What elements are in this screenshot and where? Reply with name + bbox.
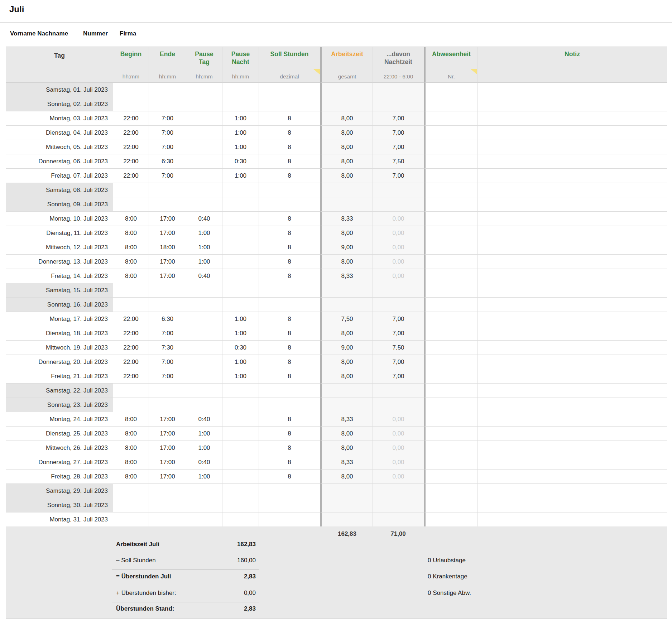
cell-ende[interactable]: 7:00 — [149, 140, 186, 154]
cell-ende[interactable]: 7:00 — [149, 326, 186, 341]
cell-ende[interactable]: 17:00 — [149, 470, 186, 484]
cell-soll[interactable]: 8 — [259, 154, 320, 169]
cell-tag[interactable]: Montag, 10. Juli 2023 — [6, 212, 113, 226]
cell-abwesenheit[interactable] — [424, 427, 477, 441]
cell-tag[interactable]: Mittwoch, 12. Juli 2023 — [6, 240, 113, 255]
cell-arbeitszeit[interactable]: 8,00 — [320, 169, 373, 183]
cell-ende[interactable]: 17:00 — [149, 269, 186, 283]
cell-nachtzeit[interactable] — [373, 498, 424, 512]
cell-notiz[interactable] — [477, 83, 667, 97]
cell-nachtzeit[interactable]: 0,00 — [373, 226, 424, 240]
cell-pause-nacht[interactable]: 1:00 — [222, 169, 259, 183]
cell-notiz[interactable] — [477, 154, 667, 169]
column-header-pause-nacht[interactable]: Pause Nacht hh:mm — [222, 47, 259, 83]
cell-soll[interactable] — [259, 283, 320, 298]
cell-arbeitszeit[interactable] — [320, 298, 373, 312]
cell-beginn[interactable]: 8:00 — [113, 269, 149, 283]
cell-abwesenheit[interactable] — [424, 470, 477, 484]
cell-notiz[interactable] — [477, 169, 667, 183]
cell-ende[interactable] — [149, 83, 186, 97]
cell-ende[interactable] — [149, 298, 186, 312]
cell-arbeitszeit[interactable]: 8,00 — [320, 111, 373, 126]
cell-abwesenheit[interactable] — [424, 255, 477, 269]
cell-pause-tag[interactable] — [186, 369, 222, 384]
cell-soll[interactable]: 8 — [259, 212, 320, 226]
cell-abwesenheit[interactable] — [424, 111, 477, 126]
cell-pause-nacht[interactable]: 1:00 — [222, 126, 259, 140]
cell-arbeitszeit[interactable] — [320, 384, 373, 398]
cell-notiz[interactable] — [477, 384, 667, 398]
cell-arbeitszeit[interactable]: 8,00 — [320, 355, 373, 369]
cell-beginn[interactable] — [113, 197, 149, 212]
cell-notiz[interactable] — [477, 369, 667, 384]
cell-tag[interactable]: Sonntag, 16. Juli 2023 — [6, 298, 113, 312]
cell-pause-nacht[interactable] — [222, 255, 259, 269]
cell-notiz[interactable] — [477, 326, 667, 341]
cell-beginn[interactable]: 22:00 — [113, 140, 149, 154]
cell-soll[interactable]: 8 — [259, 355, 320, 369]
cell-pause-tag[interactable] — [186, 326, 222, 341]
cell-beginn[interactable] — [113, 97, 149, 111]
employee-name[interactable]: Vorname Nachname — [10, 30, 68, 37]
column-header-nachtzeit[interactable]: ...davon Nachtzeit 22:00 - 6:00 — [373, 47, 424, 83]
cell-abwesenheit[interactable] — [424, 154, 477, 169]
cell-pause-tag[interactable] — [186, 154, 222, 169]
cell-nachtzeit[interactable]: 7,50 — [373, 341, 424, 355]
cell-arbeitszeit[interactable]: 7,50 — [320, 312, 373, 326]
cell-soll[interactable]: 8 — [259, 169, 320, 183]
summary-value-arbeitszeit-juli[interactable]: 162,83 — [167, 539, 256, 550]
cell-ende[interactable] — [149, 97, 186, 111]
cell-notiz[interactable] — [477, 212, 667, 226]
cell-ende[interactable]: 17:00 — [149, 212, 186, 226]
cell-beginn[interactable] — [113, 283, 149, 298]
cell-pause-nacht[interactable] — [222, 427, 259, 441]
cell-notiz[interactable] — [477, 183, 667, 197]
summary-urlaubstage[interactable]: 0 Urlaubstage — [428, 555, 466, 566]
cell-pause-nacht[interactable]: 1:00 — [222, 140, 259, 154]
cell-tag[interactable]: Freitag, 28. Juli 2023 — [6, 470, 113, 484]
cell-abwesenheit[interactable] — [424, 341, 477, 355]
cell-tag[interactable]: Sonntag, 30. Juli 2023 — [6, 498, 113, 512]
cell-soll[interactable] — [259, 512, 320, 527]
cell-beginn[interactable]: 22:00 — [113, 341, 149, 355]
cell-notiz[interactable] — [477, 398, 667, 412]
cell-soll[interactable] — [259, 484, 320, 498]
cell-arbeitszeit[interactable] — [320, 183, 373, 197]
cell-tag[interactable]: Samstag, 29. Juli 2023 — [6, 484, 113, 498]
cell-beginn[interactable]: 8:00 — [113, 441, 149, 455]
cell-notiz[interactable] — [477, 97, 667, 111]
cell-soll[interactable]: 8 — [259, 341, 320, 355]
cell-soll[interactable] — [259, 197, 320, 212]
cell-notiz[interactable] — [477, 512, 667, 527]
cell-nachtzeit[interactable]: 0,00 — [373, 240, 424, 255]
cell-pause-nacht[interactable] — [222, 197, 259, 212]
cell-arbeitszeit[interactable]: 8,00 — [320, 441, 373, 455]
cell-nachtzeit[interactable]: 0,00 — [373, 269, 424, 283]
cell-pause-tag[interactable]: 0:40 — [186, 455, 222, 470]
cell-arbeitszeit[interactable]: 8,00 — [320, 470, 373, 484]
cell-pause-tag[interactable] — [186, 341, 222, 355]
cell-ende[interactable]: 6:30 — [149, 154, 186, 169]
cell-pause-tag[interactable] — [186, 183, 222, 197]
cell-tag[interactable]: Sonntag, 23. Juli 2023 — [6, 398, 113, 412]
cell-pause-tag[interactable] — [186, 498, 222, 512]
cell-abwesenheit[interactable] — [424, 441, 477, 455]
cell-pause-tag[interactable] — [186, 484, 222, 498]
cell-nachtzeit[interactable] — [373, 97, 424, 111]
cell-pause-tag[interactable]: 0:40 — [186, 269, 222, 283]
cell-ende[interactable]: 17:00 — [149, 412, 186, 427]
cell-nachtzeit[interactable] — [373, 384, 424, 398]
cell-nachtzeit[interactable]: 0,00 — [373, 427, 424, 441]
cell-nachtzeit[interactable] — [373, 484, 424, 498]
cell-beginn[interactable]: 8:00 — [113, 427, 149, 441]
cell-arbeitszeit[interactable]: 8,00 — [320, 226, 373, 240]
cell-abwesenheit[interactable] — [424, 169, 477, 183]
cell-abwesenheit[interactable] — [424, 183, 477, 197]
cell-abwesenheit[interactable] — [424, 298, 477, 312]
cell-beginn[interactable] — [113, 512, 149, 527]
cell-pause-tag[interactable] — [186, 384, 222, 398]
cell-abwesenheit[interactable] — [424, 455, 477, 470]
cell-soll[interactable]: 8 — [259, 255, 320, 269]
cell-notiz[interactable] — [477, 298, 667, 312]
cell-nachtzeit[interactable]: 7,00 — [373, 140, 424, 154]
